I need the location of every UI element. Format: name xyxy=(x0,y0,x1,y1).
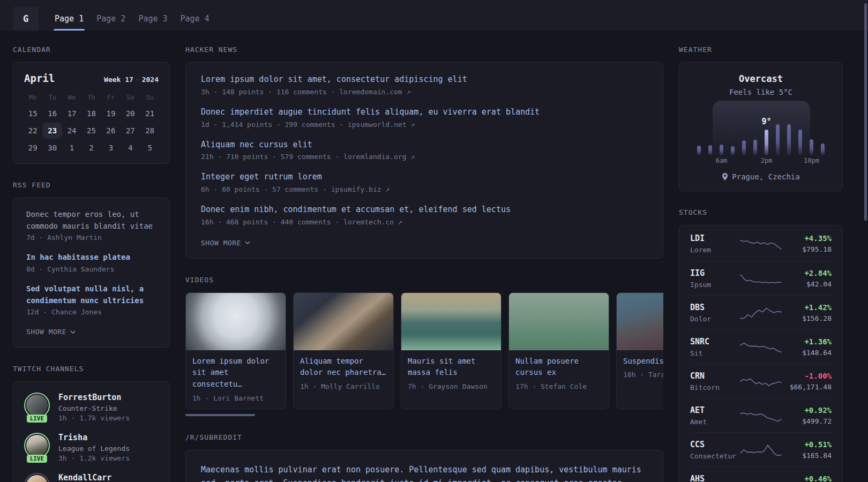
twitch-channel-row[interactable]: LIVE ForrestBurton Counter-Strike 1h · 1… xyxy=(24,393,159,422)
hackernews-item-meta[interactable]: 3h · 148 points · 116 comments · loremdo… xyxy=(201,88,648,96)
subreddit-post-link[interactable]: Maecenas mollis pulvinar erat non posuer… xyxy=(201,463,648,482)
page-tabs: Page 1 Page 2 Page 3 Page 4 xyxy=(48,7,216,31)
calendar-day: 2 xyxy=(81,140,101,156)
hackernews-item-meta[interactable]: 16h · 468 points · 440 comments · loremt… xyxy=(201,218,648,226)
channel-name[interactable]: Trisha xyxy=(58,433,130,442)
channel-meta: 3h · 1.2k viewers xyxy=(58,454,130,462)
video-title[interactable]: Suspendisse diam xyxy=(623,356,663,367)
stock-symbol: LDI xyxy=(690,234,740,243)
stock-price: $66,171.48 xyxy=(782,383,832,391)
twitch-channel-row[interactable]: LIVE Trisha League of Legends 3h · 1.2k … xyxy=(24,433,159,462)
video-title[interactable]: Lorem ipsum dolor sit amet consectetu… xyxy=(192,356,279,390)
stocks-widget: LDI Lorem +4.35% $795.18 IIG Ipsum xyxy=(679,225,843,482)
video-card[interactable]: Lorem ipsum dolor sit amet consectetu… 1… xyxy=(185,292,286,409)
stock-name: Bitcorn xyxy=(690,383,740,391)
subreddit-section-title: /R/SUBREDDIT xyxy=(185,433,663,441)
weekday-label: Tu xyxy=(42,92,62,103)
stock-row[interactable]: CRN Bitcorn -1.00% $66,171.48 xyxy=(690,364,832,398)
hackernews-item-meta[interactable]: 1d · 1,414 points · 299 comments · ipsum… xyxy=(201,120,648,129)
weather-section-title: WEATHER xyxy=(679,46,843,54)
hackernews-item: Integer eget rutrum lorem 6h · 60 points… xyxy=(201,172,648,193)
calendar-widget: April Week 17·2024 Mo Tu We Th Fr xyxy=(13,62,170,164)
video-card[interactable]: Mauris sit amet massa felis 7h · Grayson… xyxy=(401,292,502,409)
stock-row[interactable]: AHS Adipiscing +0.46% $88.12 xyxy=(690,466,832,482)
video-card[interactable]: Nullam posuere cursus ex 17h · Stefan Co… xyxy=(508,292,609,409)
page-tab[interactable]: Page 1 xyxy=(48,7,90,31)
rss-item-link[interactable]: Sed volutpat nulla nisl, a condimentum n… xyxy=(26,283,156,306)
stock-sparkline xyxy=(740,408,782,424)
hackernews-item-link[interactable]: Integer eget rutrum lorem xyxy=(201,172,648,182)
rss-item-link[interactable]: Donec tempor eros leo, ut commodo mauris… xyxy=(26,209,156,232)
stock-row[interactable]: IIG Ipsum +2.84% $42.04 xyxy=(690,261,832,295)
rss-item-link[interactable]: In hac habitasse platea xyxy=(26,252,156,263)
page-tab[interactable]: Page 4 xyxy=(174,7,216,31)
twitch-channel-row[interactable]: KendallCarr xyxy=(24,473,159,482)
video-title[interactable]: Aliquam tempor dolor nec pharetra… xyxy=(300,356,387,379)
stock-symbol: SNRC xyxy=(690,337,740,347)
page-tab[interactable]: Page 3 xyxy=(132,7,174,31)
chevron-down-icon xyxy=(70,330,76,334)
weekday-label: We xyxy=(62,92,81,103)
calendar-week-year: Week 17·2024 xyxy=(104,76,159,84)
stock-row[interactable]: LDI Lorem +4.35% $795.18 xyxy=(690,227,832,261)
video-thumbnail[interactable] xyxy=(509,293,609,350)
video-thumbnail[interactable] xyxy=(186,293,286,350)
weather-widget: Overcast Feels like 5°C 6am9°2pm10pm Pra… xyxy=(679,62,843,191)
hackernews-item-link[interactable]: Lorem ipsum dolor sit amet, consectetur … xyxy=(201,74,648,85)
channel-name[interactable]: ForrestBurton xyxy=(58,393,130,402)
hackernews-section: HACKER NEWS Lorem ipsum dolor sit amet, … xyxy=(185,46,663,259)
live-badge: LIVE xyxy=(27,455,47,463)
video-title[interactable]: Nullam posuere cursus ex xyxy=(515,356,602,379)
channel-game: Counter-Strike xyxy=(58,404,130,412)
weekday-label: Fr xyxy=(101,92,121,103)
calendar-day: 1 xyxy=(62,140,81,156)
video-card[interactable]: Suspendisse diam 18h · Tara Nichols xyxy=(616,292,663,409)
chevron-down-icon xyxy=(245,241,250,244)
rss-item: Donec tempor eros leo, ut commodo mauris… xyxy=(26,209,156,242)
stock-change: -1.00% xyxy=(782,372,832,380)
page-scrollbar-thumb[interactable] xyxy=(864,3,867,221)
topbar: G Page 1 Page 2 Page 3 Page 4 xyxy=(0,0,868,31)
weather-hour-label: 2pm xyxy=(761,155,773,165)
rss-item: In hac habitasse platea 8d · Cynthia Sau… xyxy=(26,252,156,273)
hackernews-item-meta[interactable]: 6h · 60 points · 57 comments · ipsumify.… xyxy=(201,185,648,193)
app-logo[interactable]: G xyxy=(13,7,39,31)
channel-name[interactable]: KendallCarr xyxy=(58,473,111,482)
stock-name: Consectetur xyxy=(690,452,740,460)
stock-name: Ipsum xyxy=(690,281,740,289)
twitch-section: TWITCH CHANNELS LIVE ForrestBurton Count… xyxy=(13,365,170,482)
stock-price: $795.18 xyxy=(782,245,832,253)
stock-price: $148.64 xyxy=(782,349,832,357)
hackernews-item-link[interactable]: Aliquam nec cursus elit xyxy=(201,140,648,150)
subreddit-widget: Maecenas mollis pulvinar erat non posuer… xyxy=(185,450,663,482)
stock-change: +1.36% xyxy=(782,337,832,346)
video-title[interactable]: Mauris sit amet massa felis xyxy=(408,356,495,379)
rss-show-more-button[interactable]: SHOW MORE xyxy=(26,328,76,336)
weather-hour-bar xyxy=(783,103,795,165)
page-tab[interactable]: Page 2 xyxy=(90,7,132,31)
video-thumbnail[interactable] xyxy=(617,293,663,350)
rss-item-meta: 7d · Ashlyn Martin xyxy=(26,234,156,242)
stock-row[interactable]: CCS Consectetur +0.51% $165.84 xyxy=(690,432,832,466)
video-card[interactable]: Aliquam tempor dolor nec pharetra… 1h · … xyxy=(293,292,394,409)
hackernews-item-link[interactable]: Donec enim nibh, condimentum et accumsan… xyxy=(201,205,648,215)
stock-row[interactable]: SNRC Sit +1.36% $148.64 xyxy=(690,329,832,364)
hackernews-item-meta[interactable]: 21h · 710 points · 579 comments · loreml… xyxy=(201,153,648,161)
subreddit-section: /R/SUBREDDIT Maecenas mollis pulvinar er… xyxy=(185,433,663,482)
stock-row[interactable]: AET Amet +0.92% $499.72 xyxy=(690,398,832,432)
video-thumbnail[interactable] xyxy=(294,293,393,350)
video-thumbnail[interactable] xyxy=(401,293,501,350)
hackernews-show-more-button[interactable]: SHOW MORE xyxy=(201,239,250,247)
stock-change: +4.35% xyxy=(782,234,832,243)
stock-symbol: IIG xyxy=(690,268,740,278)
avatar xyxy=(24,473,50,482)
videos-scrollbar-thumb[interactable] xyxy=(185,414,255,416)
hackernews-item-link[interactable]: Donec imperdiet augue tincidunt felis al… xyxy=(201,107,648,117)
weather-hour-bar xyxy=(738,103,750,165)
stock-change: +2.84% xyxy=(782,269,832,277)
hackernews-item: Donec enim nibh, condimentum et accumsan… xyxy=(201,205,648,226)
stock-price: $156.28 xyxy=(782,314,832,322)
stock-row[interactable]: DBS Dolor +1.42% $156.28 xyxy=(690,295,832,329)
center-column: HACKER NEWS Lorem ipsum dolor sit amet, … xyxy=(185,46,663,482)
stock-sparkline xyxy=(740,236,782,252)
